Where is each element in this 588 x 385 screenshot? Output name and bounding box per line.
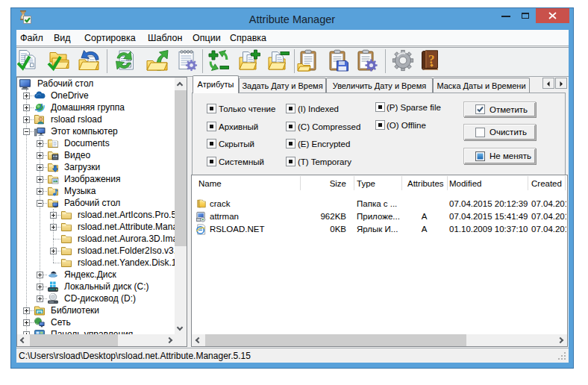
svg-text:?: ?	[428, 52, 435, 66]
